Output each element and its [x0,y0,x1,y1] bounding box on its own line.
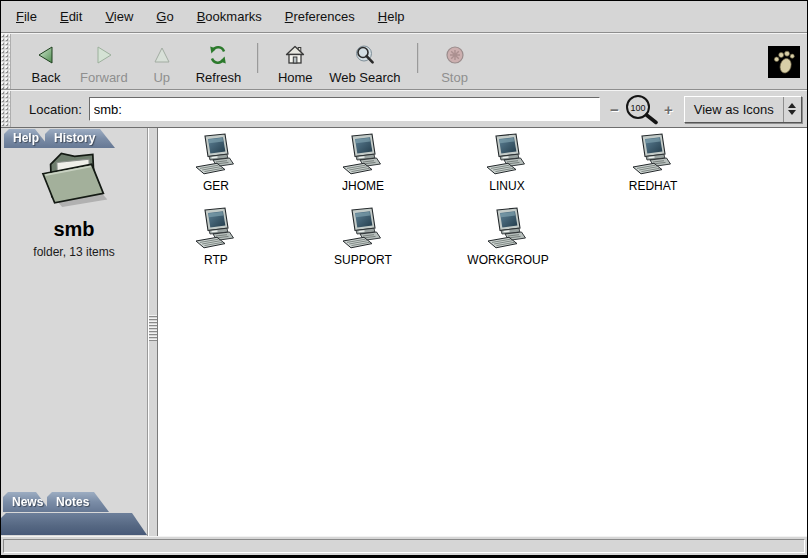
toolbar-separator [257,43,259,73]
zoom-out-button[interactable]: − [608,103,621,116]
stop-button: Stop [428,37,482,87]
web-search-button[interactable]: Web Search [322,37,407,87]
menu-help-label: H [378,9,387,24]
menu-preferences-label-rest: references [293,9,354,24]
location-input[interactable] [89,97,600,121]
file-item-ger[interactable]: GER [161,132,271,193]
menu-go-label: G [156,9,166,24]
computer-icon [193,132,239,178]
status-bar [1,536,807,555]
menu-edit-label-rest: dit [69,9,83,24]
zoom-control: − 100 + [608,94,675,125]
file-item-label: JHOME [342,179,384,193]
back-icon [35,44,57,66]
computer-icon [340,132,386,178]
sidebar-tab-news[interactable]: News [3,492,51,512]
computer-icon [630,132,676,178]
stop-label: Stop [441,70,468,85]
web-search-label: Web Search [329,70,400,85]
menu-file-label-rest: ile [24,9,37,24]
file-item-redhat[interactable]: REDHAT [598,132,708,193]
status-text [3,539,805,553]
location-bar: Location: − 100 + View as Icons [1,90,807,128]
computer-icon [484,132,530,178]
up-icon [151,44,173,66]
forward-icon [93,44,115,66]
back-label: Back [32,70,61,85]
menu-item-go[interactable]: Go [153,7,176,26]
throbber [768,46,800,78]
sidebar-tab-history-label: History [45,131,109,146]
refresh-icon [207,44,229,66]
refresh-button[interactable]: Refresh [189,37,249,87]
menu-item-bookmarks[interactable]: Bookmarks [194,7,265,26]
file-item-label: GER [203,179,229,193]
computer-icon [340,206,386,252]
toolbar-drag-handle[interactable] [1,34,11,89]
zoom-in-button[interactable]: + [662,103,675,116]
menu-bookmarks-label-rest: ookmarks [205,9,261,24]
sidebar-tab-notes-label: Notes [47,495,103,510]
menu-bar: File Edit View Go Bookmarks Preferences … [1,1,807,33]
pane-splitter[interactable] [148,128,158,536]
menu-go-label-rest: o [166,9,173,24]
home-icon [284,44,306,66]
home-button[interactable]: Home [268,37,322,87]
zoom-level-indicator[interactable]: 100 [623,94,660,125]
chevron-up-icon [788,103,796,108]
toolbar-separator [417,43,419,73]
zoom-level-value: 100 [630,102,645,112]
file-item-jhome[interactable]: JHOME [308,132,418,193]
computer-icon [485,206,531,252]
menu-item-file[interactable]: File [13,7,40,26]
open-folder-icon [31,138,117,216]
forward-button: Forward [73,37,135,87]
location-bar-drag-handle[interactable] [1,91,11,127]
splitter-grip-icon[interactable] [149,315,157,341]
back-button[interactable]: Back [19,37,73,87]
location-label: Location: [29,102,82,117]
menu-view-label: V [105,9,113,24]
menu-help-label-rest: elp [387,9,404,24]
menu-view-label-rest: iew [114,9,134,24]
sidebar-title: smb [53,218,94,241]
file-item-linux[interactable]: LINUX [452,132,562,193]
menu-item-help[interactable]: Help [375,7,408,26]
view-mode-select[interactable]: View as Icons [684,96,802,123]
file-manager-window: File Edit View Go Bookmarks Preferences … [0,0,808,558]
view-mode-value: View as Icons [685,102,783,117]
computer-icon [193,206,239,252]
up-label: Up [153,70,170,85]
sidebar-tab-band [1,513,147,535]
sidebar-subtitle: folder, 13 items [33,245,114,259]
menu-item-preferences[interactable]: Preferences [282,7,358,26]
sidebar: smb folder, 13 items News Notes Help His… [1,128,148,536]
content-area[interactable]: GER JHOME LINUX REDHAT RTP SUPPORT [158,128,807,536]
file-item-rtp[interactable]: RTP [161,206,271,267]
file-item-workgroup[interactable]: WORKGROUP [453,206,563,267]
forward-label: Forward [80,70,128,85]
menu-item-edit[interactable]: Edit [57,7,85,26]
file-item-label: RTP [204,253,228,267]
sidebar-tab-notes[interactable]: Notes [47,492,109,512]
file-item-label: SUPPORT [334,253,392,267]
gnome-foot-icon [771,49,797,75]
file-item-label: REDHAT [629,179,677,193]
web-search-icon [354,44,376,66]
spin-arrows-icon[interactable] [783,97,801,122]
file-item-support[interactable]: SUPPORT [308,206,418,267]
stop-icon [444,44,466,66]
home-label: Home [278,70,313,85]
file-item-label: LINUX [489,179,524,193]
refresh-label: Refresh [196,70,242,85]
toolbar: Back Forward Up Refresh [1,33,807,90]
menu-item-view[interactable]: View [102,7,136,26]
menu-file-label: F [16,9,24,24]
main-area: smb folder, 13 items News Notes Help His… [1,128,807,536]
file-item-label: WORKGROUP [467,253,548,267]
up-button: Up [135,37,189,87]
chevron-down-icon [788,110,796,115]
menu-edit-label: E [60,9,69,24]
